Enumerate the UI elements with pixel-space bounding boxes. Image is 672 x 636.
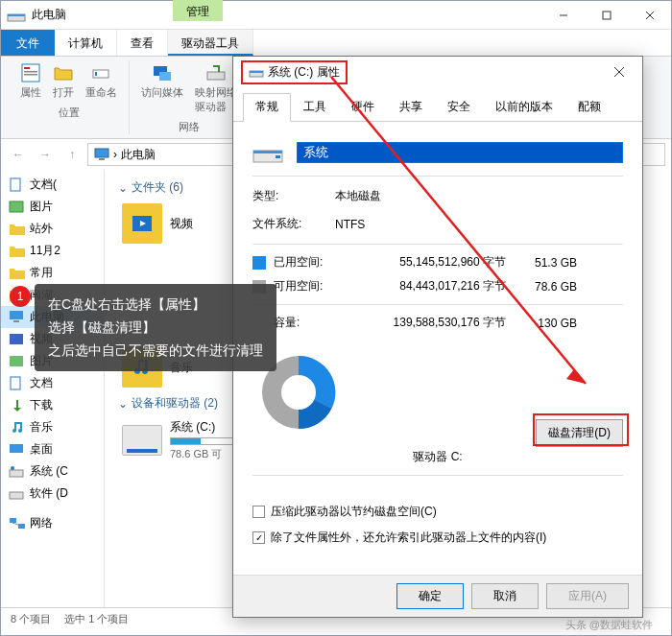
breadcrumb[interactable]: 此电脑	[121, 147, 156, 163]
window-title: 此电脑	[32, 7, 541, 23]
svg-rect-24	[10, 444, 23, 453]
properties-icon	[20, 62, 41, 83]
type-value: 本地磁盘	[335, 188, 381, 204]
svg-rect-25	[10, 470, 23, 477]
file-menu[interactable]: 文件	[1, 30, 55, 56]
svg-rect-21	[10, 334, 23, 344]
dialog-footer: 确定 取消 应用(A)	[233, 575, 642, 617]
sidebar-item[interactable]: 桌面	[1, 438, 104, 460]
access-media-button[interactable]: 访问媒体	[135, 60, 189, 116]
media-icon	[152, 62, 173, 83]
sidebar-item[interactable]: 常用	[1, 262, 104, 284]
drive-name-input[interactable]	[297, 142, 623, 163]
folder-icon	[9, 266, 26, 281]
svg-rect-7	[24, 67, 30, 69]
fs-value: NTFS	[335, 218, 365, 231]
drive-icon	[122, 425, 162, 456]
svg-rect-11	[95, 72, 97, 76]
sidebar-item-drive-d[interactable]: 软件 (D	[1, 483, 104, 505]
used-gb: 51.3 GB	[506, 256, 577, 270]
desktop-icon	[9, 442, 26, 458]
view-tab[interactable]: 查看	[117, 30, 168, 56]
sidebar-item-network[interactable]: 网络	[1, 512, 104, 534]
used-color-icon	[252, 256, 266, 270]
folder-open-icon	[53, 62, 74, 83]
dialog-body: 类型:本地磁盘 文件系统:NTFS 已用空间:55,145,512,960 字节…	[233, 122, 642, 564]
folder-icon	[9, 222, 26, 237]
sidebar-item-drive-c[interactable]: 系统 (C	[1, 460, 104, 483]
pc-icon	[94, 148, 109, 161]
sidebar-item[interactable]: 11月2	[1, 240, 104, 262]
pie-drive-label: 驱动器 C:	[252, 449, 623, 465]
close-button[interactable]	[628, 2, 671, 29]
document-icon	[9, 177, 26, 193]
tab-quota[interactable]: 配额	[565, 93, 613, 121]
svg-rect-15	[95, 149, 108, 157]
dialog-title-highlight: 系统 (C:) 属性	[241, 60, 348, 84]
manage-contextual-tab[interactable]: 管理	[173, 0, 223, 21]
rename-icon	[91, 62, 112, 83]
tab-tools[interactable]: 工具	[291, 93, 339, 121]
svg-rect-18	[10, 201, 23, 212]
tab-hardware[interactable]: 硬件	[339, 93, 387, 121]
tab-sharing[interactable]: 共享	[387, 93, 435, 121]
folder-label: 视频	[170, 216, 193, 232]
rename-button[interactable]: 重命名	[80, 60, 123, 102]
annotation-line: 选择【磁盘清理】	[48, 317, 263, 340]
sidebar-item[interactable]: 音乐	[1, 416, 104, 438]
svg-rect-23	[11, 377, 20, 389]
forward-button[interactable]: →	[34, 143, 57, 166]
open-button[interactable]: 打开	[47, 60, 80, 102]
annotation-tooltip: 在C盘处右击选择【属性】 选择【磁盘清理】 之后选中自己不需要的文件进行清理	[35, 284, 276, 371]
menubar: 文件 计算机 查看 驱动器工具	[1, 30, 671, 57]
dialog-close-button[interactable]	[604, 62, 635, 82]
drivetools-tab[interactable]: 驱动器工具	[168, 30, 253, 56]
type-label: 类型:	[252, 188, 335, 204]
compress-checkbox[interactable]	[252, 506, 265, 518]
status-items: 8 个项目	[11, 612, 51, 626]
svg-rect-3	[603, 12, 611, 19]
folder-icon	[9, 244, 26, 259]
ok-button[interactable]: 确定	[396, 583, 464, 609]
computer-tab[interactable]: 计算机	[55, 30, 117, 56]
svg-rect-28	[10, 518, 16, 523]
sidebar-item[interactable]: 文档(	[1, 174, 104, 196]
cancel-button[interactable]: 取消	[471, 583, 539, 609]
ribbon-group-label: 位置	[59, 106, 80, 120]
apply-button[interactable]: 应用(A)	[546, 583, 629, 609]
properties-dialog: 系统 (C:) 属性 常规 工具 硬件 共享 安全 以前的版本 配额 类型:本地…	[232, 56, 643, 618]
tab-general[interactable]: 常规	[243, 93, 291, 122]
video-icon	[9, 332, 26, 347]
svg-rect-38	[253, 151, 282, 153]
svg-rect-17	[11, 178, 20, 191]
music-icon	[9, 420, 26, 436]
sidebar-item[interactable]: 下载	[1, 394, 104, 416]
tab-security[interactable]: 安全	[435, 93, 483, 121]
ribbon-group-location: 属性 打开 重命名 位置	[9, 60, 130, 134]
minimize-button[interactable]	[541, 2, 585, 29]
free-bytes: 84,443,017,216 字节	[352, 278, 506, 294]
properties-button[interactable]: 属性	[14, 60, 47, 102]
sidebar-item[interactable]: 图片	[1, 196, 104, 218]
pc-icon	[9, 310, 26, 325]
status-selected: 选中 1 个项目	[64, 612, 129, 626]
dialog-title: 系统 (C:) 属性	[268, 64, 340, 81]
up-button[interactable]: ↑	[60, 143, 84, 166]
document-icon	[9, 376, 26, 391]
capacity-bytes: 139,588,530,176 字节	[352, 315, 506, 331]
sidebar-item[interactable]: 站外	[1, 218, 104, 240]
index-checkbox[interactable]: ✓	[252, 531, 265, 544]
capacity-label: 容量:	[274, 315, 352, 331]
svg-rect-22	[10, 356, 23, 366]
maximize-button[interactable]	[585, 2, 628, 29]
drive-large-icon	[252, 141, 283, 164]
svg-rect-19	[10, 311, 23, 319]
tab-previous[interactable]: 以前的版本	[483, 93, 565, 121]
svg-rect-13	[159, 72, 171, 81]
sidebar-item[interactable]: 文档	[1, 372, 104, 394]
annotation-line: 在C盘处右击选择【属性】	[48, 294, 263, 317]
index-label: 除了文件属性外，还允许索引此驱动器上文件的内容(I)	[271, 530, 546, 546]
compress-label: 压缩此驱动器以节约磁盘空间(C)	[271, 504, 437, 520]
back-button[interactable]: ←	[7, 143, 30, 166]
drive-icon	[9, 464, 26, 480]
